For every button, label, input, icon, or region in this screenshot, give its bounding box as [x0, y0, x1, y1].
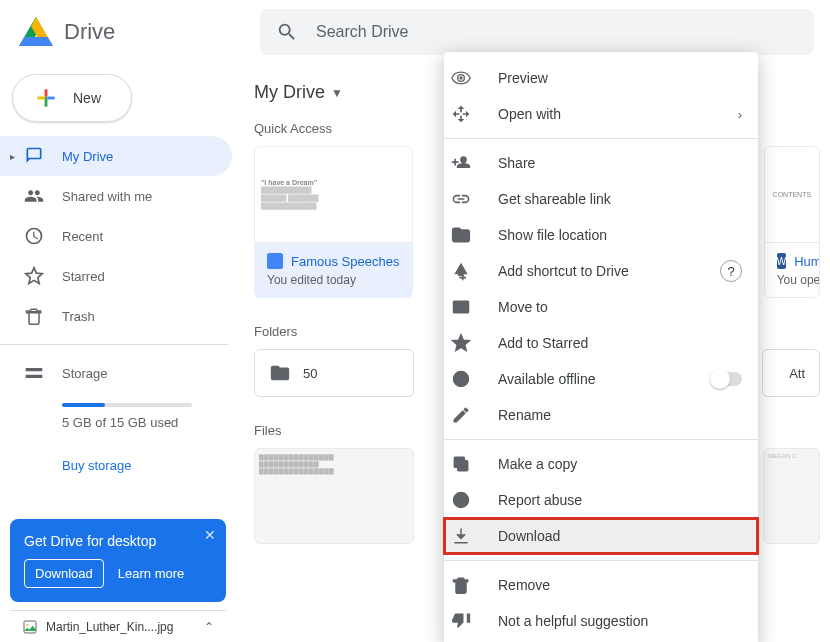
promo-learn-link[interactable]: Learn more — [118, 566, 184, 581]
divider — [0, 344, 228, 345]
sidebar-item-storage[interactable]: Storage — [0, 353, 232, 393]
sidebar-item-label: Trash — [62, 309, 95, 324]
close-icon[interactable]: ✕ — [204, 527, 216, 543]
eye-icon — [460, 68, 480, 88]
ctx-label: Remove — [498, 577, 550, 593]
ctx-available-offline[interactable]: Available offline — [444, 361, 758, 397]
ctx-show-location[interactable]: Show file location — [444, 217, 758, 253]
sidebar-item-recent[interactable]: Recent — [0, 216, 232, 256]
toggle-switch[interactable] — [712, 372, 742, 386]
quick-card-partial[interactable]: CONTENTS WHuma You opened — [764, 146, 820, 298]
svg-rect-0 — [24, 621, 36, 633]
chevron-up-icon[interactable]: ⌃ — [204, 620, 214, 634]
thumb-down-icon — [460, 611, 480, 631]
separator — [444, 439, 758, 440]
gdoc-icon — [267, 253, 283, 269]
logo-area: Drive — [16, 12, 260, 52]
thumbnail: CONTENTS — [765, 147, 819, 243]
promo-title: Get Drive for desktop — [24, 533, 212, 549]
move-icon — [460, 297, 480, 317]
sidebar-item-my-drive[interactable]: My Drive — [0, 136, 232, 176]
help-icon[interactable]: ? — [720, 260, 742, 282]
sidebar-item-label: Starred — [62, 269, 105, 284]
storage-meter: 5 GB of 15 GB used — [0, 393, 244, 440]
ctx-label: Open with — [498, 106, 561, 122]
ctx-label: Download — [498, 528, 560, 544]
context-menu: Preview Open with› Share Get shareable l… — [444, 52, 758, 642]
svg-point-1 — [26, 624, 28, 626]
promo-panel: ✕ Get Drive for desktop Download Learn m… — [10, 519, 226, 602]
quick-card-famous-speeches[interactable]: "I have a Dream"▇▇▇▇▇▇▇▇▇▇▇▇▇▇▇ ▇▇▇▇▇▇▇▇… — [254, 146, 413, 298]
separator — [444, 138, 758, 139]
trash-outline-icon — [460, 575, 480, 595]
app-name: Drive — [64, 19, 115, 45]
ctx-remove[interactable]: Remove — [444, 567, 758, 603]
trash-icon — [24, 306, 44, 326]
thumbnail: "I have a Dream"▇▇▇▇▇▇▇▇▇▇▇▇▇▇▇ ▇▇▇▇▇▇▇▇… — [255, 147, 412, 243]
ctx-share[interactable]: Share — [444, 145, 758, 181]
ctx-not-helpful[interactable]: Not a helpful suggestion — [444, 603, 758, 639]
sidebar-item-starred[interactable]: Starred — [0, 256, 232, 296]
folder-name: Att — [789, 366, 805, 381]
folder-chip[interactable]: Att — [762, 349, 820, 397]
ctx-open-with[interactable]: Open with› — [444, 96, 758, 132]
shared-icon — [24, 186, 44, 206]
plus-icon — [33, 85, 59, 111]
folder-name: 50 — [303, 366, 317, 381]
file-card[interactable]: MEGAN C — [763, 448, 820, 544]
star-icon — [24, 266, 44, 286]
svg-rect-6 — [454, 457, 464, 467]
card-title: Famous Speeches — [291, 254, 399, 269]
ctx-add-starred[interactable]: Add to Starred — [444, 325, 758, 361]
link-icon — [460, 189, 480, 209]
copy-icon — [460, 454, 480, 474]
new-button-label: New — [73, 90, 101, 106]
ctx-rename[interactable]: Rename — [444, 397, 758, 433]
recent-icon — [24, 226, 44, 246]
ctx-label: Report abuse — [498, 492, 582, 508]
folder-icon — [460, 225, 480, 245]
search-placeholder: Search Drive — [316, 23, 408, 41]
chevron-right-icon: › — [738, 107, 742, 122]
star-outline-icon — [460, 333, 480, 353]
report-icon — [460, 490, 480, 510]
storage-text: 5 GB of 15 GB used — [62, 415, 222, 430]
buy-storage-link[interactable]: Buy storage — [62, 458, 244, 473]
ctx-make-copy[interactable]: Make a copy — [444, 446, 758, 482]
ctx-preview[interactable]: Preview — [444, 60, 758, 96]
folder-chip[interactable]: 50 — [254, 349, 414, 397]
sidebar-item-label: Shared with me — [62, 189, 152, 204]
ctx-add-shortcut[interactable]: Add shortcut to Drive? — [444, 253, 758, 289]
drive-add-icon — [460, 261, 480, 281]
ctx-label: Show file location — [498, 227, 607, 243]
drive-logo-icon — [16, 12, 56, 52]
svg-point-2 — [459, 76, 462, 79]
ctx-label: Move to — [498, 299, 548, 315]
ctx-label: Preview — [498, 70, 548, 86]
offline-icon — [460, 369, 480, 389]
card-subtitle: You opened — [777, 273, 807, 287]
download-icon — [460, 526, 480, 546]
sidebar-item-label: Recent — [62, 229, 103, 244]
ctx-get-link[interactable]: Get shareable link — [444, 181, 758, 217]
ctx-move-to[interactable]: Move to — [444, 289, 758, 325]
storage-icon — [24, 363, 44, 383]
ctx-report-abuse[interactable]: Report abuse — [444, 482, 758, 518]
download-bar[interactable]: Martin_Luther_Kin....jpg ⌃ — [10, 610, 226, 642]
sidebar-item-label: Storage — [62, 366, 108, 381]
word-icon: W — [777, 253, 786, 269]
promo-download-button[interactable]: Download — [24, 559, 104, 588]
ctx-label: Get shareable link — [498, 191, 611, 207]
card-title: Huma — [794, 254, 820, 269]
sidebar-item-trash[interactable]: Trash — [0, 296, 232, 336]
sidebar-item-label: My Drive — [62, 149, 113, 164]
ctx-download[interactable]: Download — [444, 518, 758, 554]
ctx-label: Rename — [498, 407, 551, 423]
download-filename: Martin_Luther_Kin....jpg — [46, 620, 173, 634]
sidebar-item-shared[interactable]: Shared with me — [0, 176, 232, 216]
folder-icon — [269, 362, 291, 384]
ctx-label: Share — [498, 155, 535, 171]
file-card[interactable]: ▇▇▇▇▇▇▇▇▇▇▇▇▇▇▇▇▇▇▇▇▇▇▇▇▇▇▇▇▇▇▇▇▇▇▇▇▇▇▇▇… — [254, 448, 414, 544]
search-input[interactable]: Search Drive — [260, 9, 814, 55]
new-button[interactable]: New — [12, 74, 132, 122]
